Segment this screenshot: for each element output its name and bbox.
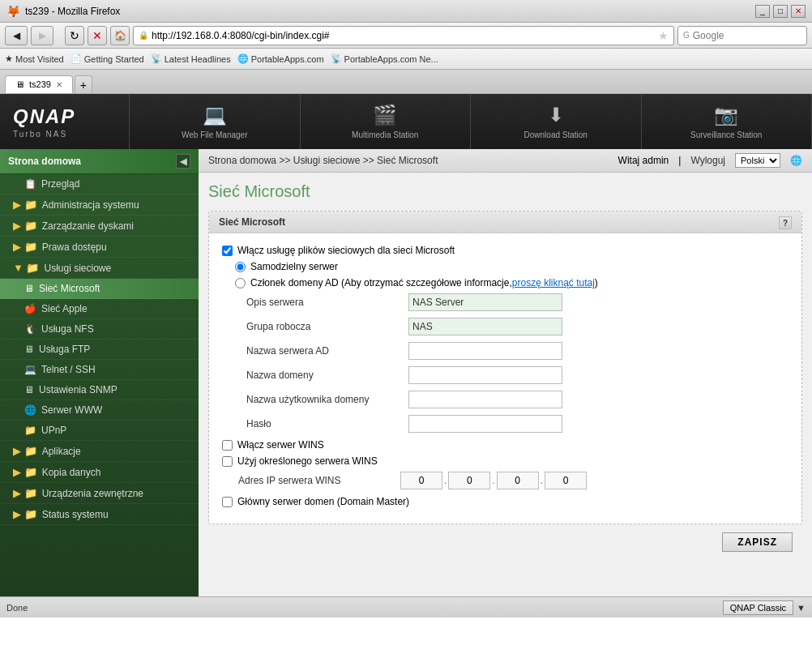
sidebar-header: Strona domowa ◀ <box>0 149 199 174</box>
sidebar-item-kopia[interactable]: ▶ 📁 Kopia danych <box>0 462 199 483</box>
panel-header: Sieć Microsoft ? <box>209 212 801 233</box>
sidebar-collapse-button[interactable]: ◀ <box>176 154 190 169</box>
sidebar-item-telnet[interactable]: 💻 Telnet / SSH <box>0 360 199 380</box>
panel-title: Sieć Microsoft <box>219 216 285 228</box>
browser-toolbar: ◀ ▶ ↻ ✕ 🏠 🔒 ★ G 🔍 <box>0 23 812 49</box>
sidebar-item-ftp[interactable]: 🖥 Usługa FTP <box>0 340 199 360</box>
search-input[interactable] <box>693 30 812 41</box>
field-input-opis[interactable] <box>408 293 562 311</box>
save-button[interactable]: ZAPISZ <box>722 532 793 552</box>
nav-surveillance-station[interactable]: 📷 Surveillance Station <box>642 94 813 149</box>
wins-ip-1[interactable] <box>400 472 442 489</box>
wins-enable-row: Włącz serwer WINS <box>222 439 788 451</box>
domain-master-checkbox[interactable] <box>222 497 233 507</box>
nav-label-multimedia-station: Multimedia Station <box>352 130 418 140</box>
breadcrumb: Strona domowa >> Usługi sieciowe >> Sieć… <box>208 155 438 166</box>
bookmark-portableapps[interactable]: 🌐 PortableApps.com <box>237 53 324 64</box>
help-button[interactable]: ? <box>779 216 792 229</box>
sidebar-item-www[interactable]: 🌐 Serwer WWW <box>0 400 199 421</box>
radio-domain-label: Członek domeny AD (Aby otrzymać szczegół… <box>250 277 598 288</box>
maximize-btn[interactable]: □ <box>773 5 788 18</box>
bookmark-portableapps-ne[interactable]: 📡 PortableApps.com Ne... <box>331 53 438 64</box>
dropdown-icon[interactable]: ▼ <box>797 603 806 613</box>
tab-ts239[interactable]: 🖥 ts239 ✕ <box>5 75 73 93</box>
bookmark-latest-headlines[interactable]: 📡 Latest Headlines <box>151 53 231 64</box>
sidebar-item-administracja[interactable]: ▶ 📁 Administracja systemu <box>0 194 199 216</box>
bookmark-most-visited[interactable]: ★ Most Visited <box>5 53 64 64</box>
tab-icon: 🖥 <box>15 79 24 89</box>
download-station-icon: ⬇ <box>548 104 564 126</box>
wins-ip-4[interactable] <box>545 472 587 489</box>
sidebar-item-siec-apple[interactable]: 🍎 Sieć Apple <box>0 299 199 319</box>
star-icon[interactable]: ★ <box>658 29 669 42</box>
enable-service-checkbox[interactable] <box>222 246 233 256</box>
home-button[interactable]: 🏠 <box>110 26 130 45</box>
form-row-domena: Nazwa domeny <box>246 366 788 384</box>
field-label-domena: Nazwa domeny <box>246 370 408 381</box>
folder-icon2: ▶ 📁 <box>13 445 37 457</box>
form-row-ad: Nazwa serwera AD <box>246 342 788 360</box>
field-input-ad[interactable] <box>408 342 562 360</box>
tab-close-btn[interactable]: ✕ <box>56 80 62 89</box>
radio-domain-member[interactable] <box>235 278 246 288</box>
back-button[interactable]: ◀ <box>5 26 28 45</box>
sidebar-item-status[interactable]: ▶ 📁 Status systemu <box>0 504 199 525</box>
sidebar-item-urzadzenia[interactable]: ▶ 📁 Urządzenia zewnętrzne <box>0 483 199 504</box>
sidebar-item-dyski[interactable]: ▶ 📁 Zarządzanie dyskami <box>0 216 199 237</box>
wins-ip-3[interactable] <box>497 472 539 489</box>
settings-panel: Sieć Microsoft ? Włącz usługę plików sie… <box>208 211 802 524</box>
sidebar: Strona domowa ◀ 📋 Przegląd ▶ 📁 Administr… <box>0 149 199 596</box>
form-row-username: Nazwa użytkownika domeny <box>246 391 788 408</box>
wins-enable-checkbox[interactable] <box>222 440 233 451</box>
folder-icon: ▶ 📁 <box>13 199 37 211</box>
main-layout: Strona domowa ◀ 📋 Przegląd ▶ 📁 Administr… <box>0 149 812 596</box>
logo-text: QNAP <box>13 105 116 128</box>
wins-ip-row: Adres IP serwera WINS . . . <box>222 472 788 489</box>
address-input[interactable] <box>152 30 655 41</box>
new-tab-button[interactable]: + <box>75 75 92 93</box>
form-row-opis: Opis serwera <box>246 293 788 311</box>
radio-standalone-row: Samodzielny serwer <box>222 261 788 272</box>
reload-button[interactable]: ↻ <box>65 26 84 45</box>
classic-button[interactable]: QNAP Classic <box>723 600 793 615</box>
nav-label-web-file-manager: Web File Manager <box>182 130 248 140</box>
field-input-domena[interactable] <box>408 366 562 384</box>
field-input-username[interactable] <box>408 391 562 408</box>
stop-button[interactable]: ✕ <box>88 26 107 45</box>
feed-icon2: 📡 <box>331 53 342 64</box>
sidebar-item-upnp[interactable]: 📁 UPnP <box>0 421 199 441</box>
close-btn[interactable]: ✕ <box>791 5 806 18</box>
wins-specific-checkbox[interactable] <box>222 456 233 467</box>
radio-standalone[interactable] <box>235 262 246 272</box>
sidebar-title: Strona domowa <box>8 156 81 167</box>
field-input-grupa[interactable] <box>408 318 562 335</box>
sidebar-item-snmp[interactable]: 🖥 Ustawienia SNMP <box>0 380 199 400</box>
language-select[interactable]: Polski <box>735 153 780 168</box>
sidebar-item-uslugi-sieciowe[interactable]: ▼ 📁 Usługi sieciowe <box>0 258 199 279</box>
terminal-icon: 💻 <box>24 364 36 375</box>
wins-ip-2[interactable] <box>448 472 490 489</box>
ftp-icon: 🖥 <box>24 344 34 355</box>
radio-domain-row: Członek domeny AD (Aby otrzymać szczegół… <box>222 277 788 288</box>
content-body: Sieć Microsoft Sieć Microsoft ? Włącz us… <box>199 173 812 596</box>
folder-icon5: ▶ 📁 <box>13 508 37 520</box>
field-input-haslo[interactable] <box>408 415 562 433</box>
sidebar-item-aplikacje[interactable]: ▶ 📁 Aplikacje <box>0 441 199 462</box>
sidebar-item-prawa[interactable]: ▶ 📁 Prawa dostępu <box>0 237 199 258</box>
nav-download-station[interactable]: ⬇ Download Station <box>471 94 642 149</box>
folder-open-icon: ▼ 📁 <box>13 262 39 274</box>
nav-web-file-manager[interactable]: 💻 Web File Manager <box>130 94 301 149</box>
sidebar-item-siec-microsoft[interactable]: 🖥 Sieć Microsoft <box>0 279 199 299</box>
windows-icon: 🖥 <box>24 283 34 294</box>
surveillance-station-icon: 📷 <box>714 104 738 126</box>
bookmark-getting-started[interactable]: 📄 Getting Started <box>71 53 144 64</box>
minimize-btn[interactable]: _ <box>755 5 770 18</box>
nav-multimedia-station[interactable]: 🎬 Multimedia Station <box>301 94 472 149</box>
sidebar-item-przeglad[interactable]: 📋 Przegląd <box>0 174 199 194</box>
domain-master-row: Główny serwer domen (Domain Master) <box>222 496 788 507</box>
address-bar: 🔒 ★ <box>133 26 674 45</box>
forward-button[interactable]: ▶ <box>31 26 53 45</box>
domain-info-link[interactable]: proszę kliknąć tutaj <box>512 277 595 288</box>
logout-link[interactable]: Wyloguj <box>690 155 725 166</box>
sidebar-item-nfs[interactable]: 🐧 Usługa NFS <box>0 319 199 340</box>
